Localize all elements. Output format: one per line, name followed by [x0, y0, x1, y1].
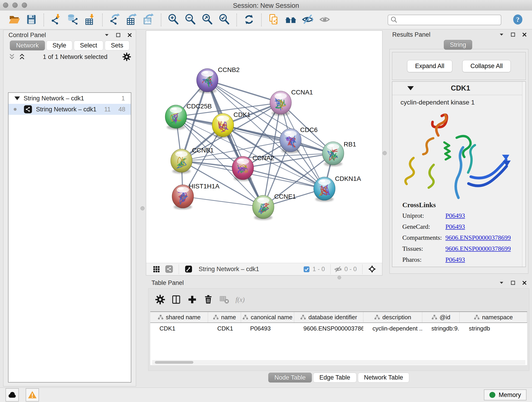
- column-header-name[interactable]: name: [208, 312, 241, 322]
- crosslink-link[interactable]: P06493: [445, 256, 465, 263]
- cloud-button[interactable]: [6, 388, 19, 402]
- gene-card-collapse-icon[interactable]: [407, 86, 414, 90]
- selected-checkbox-icon[interactable]: [303, 266, 310, 273]
- search-input[interactable]: [388, 15, 501, 25]
- export-image-button[interactable]: [142, 13, 156, 27]
- panel-float-icon[interactable]: [115, 32, 121, 38]
- toolbar-separator: [161, 13, 161, 26]
- tab-style[interactable]: Style: [46, 41, 72, 51]
- right-splitter-handle[interactable]: [383, 151, 387, 155]
- zoom-fit-button[interactable]: [200, 13, 215, 27]
- warning-button[interactable]: [26, 388, 39, 402]
- help-button[interactable]: ?: [512, 14, 524, 26]
- column-header-namespace[interactable]: namespace: [460, 312, 527, 322]
- table-cell[interactable]: P06493: [241, 323, 294, 334]
- panel-float-icon[interactable]: [510, 32, 516, 38]
- tab-network[interactable]: Network: [10, 41, 45, 51]
- show-columns-button[interactable]: [170, 293, 183, 306]
- show-all-button[interactable]: [317, 13, 332, 27]
- network-node-CCNA2[interactable]: [232, 156, 254, 181]
- tab-node-table[interactable]: Node Table: [268, 373, 312, 383]
- network-node-RB1[interactable]: [322, 142, 344, 166]
- network-canvas[interactable]: CCNB2CCNA1CDC25BCDK1CDC6RB1CCNB1CCNA2CDK…: [146, 31, 382, 263]
- table-horizontal-scrollbar[interactable]: [152, 360, 525, 365]
- tab-network-table[interactable]: Network Table: [358, 373, 409, 383]
- network-node-CCNB1[interactable]: [171, 149, 192, 174]
- table-cell[interactable]: CDK1: [150, 323, 208, 334]
- table-cell[interactable]: 9606.ENSP00000378699: [294, 323, 363, 334]
- zoom-out-button[interactable]: [183, 13, 197, 27]
- network-node-CDKN1A[interactable]: [314, 177, 335, 202]
- panel-menu-icon[interactable]: [104, 32, 110, 38]
- refresh-layout-button[interactable]: [242, 13, 256, 27]
- import-network-database-button[interactable]: [66, 13, 80, 27]
- zoom-selected-button[interactable]: [217, 13, 231, 27]
- network-node-CCNB2[interactable]: [196, 69, 218, 93]
- network-row-selected[interactable]: String Network – cdk1 11 48: [8, 104, 131, 115]
- tab-edge-table[interactable]: Edge Table: [313, 373, 356, 383]
- hide-selected-button[interactable]: [301, 13, 315, 27]
- houses-button[interactable]: [284, 13, 298, 27]
- crosslink-link[interactable]: 9606.ENSP00000378699: [445, 245, 511, 252]
- network-node-CDK1[interactable]: [212, 114, 234, 138]
- table-cell[interactable]: cyclin-dependent ...: [363, 323, 422, 334]
- gene-card-header[interactable]: CDK1: [392, 82, 526, 95]
- column-header-canonical-name[interactable]: canonical name: [241, 312, 294, 322]
- collapse-all-button[interactable]: Collapse All: [462, 60, 511, 72]
- add-column-button[interactable]: [186, 293, 199, 306]
- table-cell[interactable]: stringdb:9...: [422, 323, 460, 334]
- svg-text:f(x): f(x): [235, 296, 245, 303]
- panel-close-icon[interactable]: [521, 32, 527, 38]
- column-header-id[interactable]: @id: [422, 312, 460, 322]
- zoom-in-button[interactable]: [166, 13, 181, 27]
- export-network-button[interactable]: [108, 13, 122, 27]
- panel-close-icon[interactable]: [127, 32, 133, 38]
- table-settings-button[interactable]: [153, 293, 167, 306]
- memory-button[interactable]: Memory: [484, 389, 526, 400]
- grid-view-button[interactable]: [151, 264, 162, 274]
- panel-menu-icon[interactable]: [499, 280, 505, 286]
- tab-string[interactable]: String: [444, 40, 472, 50]
- expand-all-button[interactable]: Expand All: [407, 60, 452, 72]
- table-scrollbar-thumb[interactable]: [155, 361, 193, 364]
- delete-column-icon: [203, 294, 214, 305]
- tree-expander-icon[interactable]: [14, 96, 20, 100]
- crosslink-link[interactable]: P06493: [445, 223, 465, 230]
- network-overview-button[interactable]: [164, 264, 174, 274]
- column-header-shared-name[interactable]: shared name: [150, 312, 208, 322]
- delete-column-button[interactable]: [202, 293, 215, 306]
- save-session-button[interactable]: [24, 13, 38, 27]
- network-node-CDC6[interactable]: [280, 128, 301, 153]
- network-options-gear-icon[interactable]: [122, 52, 131, 61]
- panel-close-icon[interactable]: [521, 280, 527, 286]
- clone-network-button[interactable]: [267, 13, 281, 27]
- table-cell[interactable]: CDK1: [208, 323, 241, 334]
- network-node-CDC25B[interactable]: [165, 105, 187, 130]
- left-splitter-handle[interactable]: [140, 206, 145, 211]
- table-panel-title: Table Panel: [152, 279, 184, 287]
- crosslink-link[interactable]: 9606.ENSP00000378699: [445, 234, 511, 241]
- hidden-eye-icon[interactable]: [334, 265, 342, 274]
- network-edge[interactable]: [183, 196, 263, 207]
- expand-all-networks-icon[interactable]: [18, 53, 26, 61]
- birdseye-view-button[interactable]: [183, 264, 194, 274]
- network-node-CCNE1[interactable]: [253, 195, 274, 220]
- column-header-database-identifier[interactable]: database identifier: [294, 312, 363, 322]
- import-network-file-button[interactable]: [49, 13, 63, 27]
- panel-float-icon[interactable]: [510, 280, 516, 286]
- import-table-button[interactable]: [83, 13, 97, 27]
- network-node-CCNA1[interactable]: [270, 91, 291, 116]
- results-scrollbar[interactable]: [522, 82, 526, 267]
- network-edge[interactable]: [207, 80, 281, 103]
- tab-select[interactable]: Select: [74, 41, 103, 51]
- crosslink-link[interactable]: P06493: [445, 212, 465, 219]
- panel-menu-icon[interactable]: [499, 32, 505, 38]
- network-collection-row[interactable]: String Network – cdk1 1: [8, 93, 131, 104]
- table-cell[interactable]: stringdb: [460, 323, 527, 334]
- tab-sets[interactable]: Sets: [105, 41, 129, 51]
- open-file-button[interactable]: [7, 13, 22, 27]
- column-header-description[interactable]: description: [363, 312, 422, 322]
- fit-selected-button[interactable]: [367, 264, 377, 274]
- export-table-button[interactable]: [125, 13, 139, 27]
- collapse-all-networks-icon[interactable]: [8, 53, 16, 61]
